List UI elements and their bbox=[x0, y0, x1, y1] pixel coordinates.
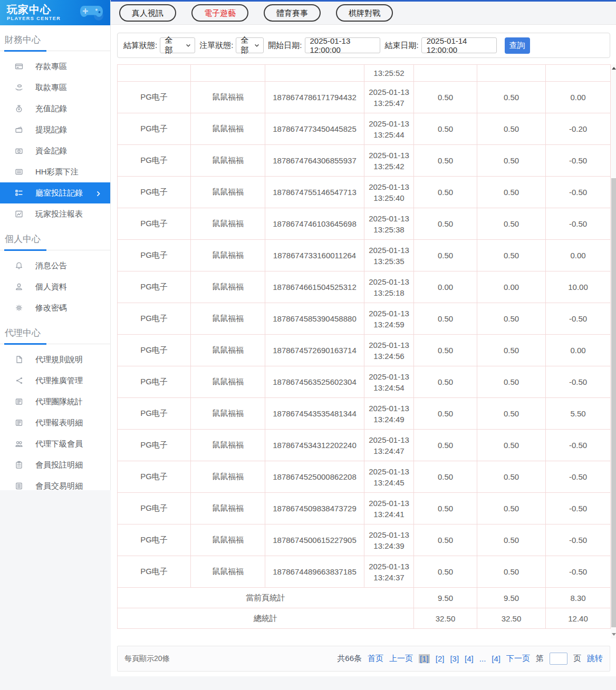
tab-item[interactable]: 真人視訊 bbox=[119, 4, 176, 22]
game-type-cell: PG电子 bbox=[118, 240, 191, 271]
scroll-down-icon[interactable] bbox=[611, 631, 616, 638]
sidebar-item-label: 提現記錄 bbox=[35, 125, 67, 135]
order-status-select[interactable]: 全部 bbox=[236, 37, 264, 53]
summary-row: 當前頁統計9.509.508.30 bbox=[118, 588, 611, 608]
end-date-label: 結束日期: bbox=[385, 41, 419, 51]
prev-page-link[interactable]: 上一页 bbox=[389, 654, 413, 664]
end-date-input[interactable]: 2025-01-14 12:00:00 bbox=[421, 37, 497, 53]
start-date-input[interactable]: 2025-01-13 12:00:00 bbox=[305, 37, 380, 53]
valid-amount-cell: 0.50 bbox=[477, 145, 546, 177]
sidebar-item[interactable]: 個人資料 bbox=[0, 276, 110, 297]
sidebar-item[interactable]: 廳室投註記錄 bbox=[0, 182, 110, 203]
valid-amount-cell: 0.50 bbox=[477, 398, 546, 430]
sidebar-item[interactable]: 代理團隊統計 bbox=[0, 391, 110, 412]
sidebar-item[interactable]: 玩家投注報表 bbox=[0, 203, 110, 225]
game-type-cell: PG电子 bbox=[118, 524, 191, 556]
sidebar-item[interactable]: 取款專區 bbox=[0, 77, 110, 98]
bet-amount-cell: 0.50 bbox=[414, 113, 477, 145]
first-page-link[interactable]: 首页 bbox=[368, 654, 383, 664]
sidebar-item[interactable]: 提現記錄 bbox=[0, 119, 110, 140]
page-link[interactable]: [3] bbox=[450, 654, 459, 663]
recharge-bag-icon bbox=[15, 104, 23, 113]
jump-page-input[interactable] bbox=[550, 653, 567, 665]
win-amount-cell: -0.50 bbox=[546, 524, 611, 556]
win-amount-cell: 0.00 bbox=[546, 335, 611, 366]
sidebar-item[interactable]: 資金記錄 bbox=[0, 140, 110, 161]
tab-item[interactable]: 棋牌對戰 bbox=[336, 4, 393, 22]
bet-amount-cell: 0.50 bbox=[414, 524, 477, 556]
section-title-0: 財務中心 bbox=[0, 25, 110, 51]
win-amount-cell: -0.50 bbox=[546, 208, 611, 240]
tab-active[interactable]: 電子遊藝 bbox=[191, 4, 248, 22]
next-page-link[interactable]: 下一页 bbox=[506, 654, 530, 664]
page-ellipsis[interactable]: ... bbox=[479, 654, 486, 663]
section-underline bbox=[0, 51, 110, 51]
game-name-cell: 鼠鼠福福 bbox=[191, 493, 265, 524]
game-type-cell: PG电子 bbox=[118, 430, 191, 461]
order-id-cell: 1878674755146547713 bbox=[265, 177, 364, 208]
news-icon bbox=[15, 419, 23, 427]
bet-time-cell: 2025-01-1313:25:42 bbox=[364, 145, 414, 177]
game-category-tabs: 真人視訊電子遊藝體育賽事棋牌對戰 bbox=[111, 0, 616, 25]
valid-amount-cell: 0.50 bbox=[477, 524, 546, 556]
sidebar-item[interactable]: 充值記錄 bbox=[0, 98, 110, 119]
sidebar-item[interactable]: 代理規則說明 bbox=[0, 349, 110, 370]
page-link[interactable]: [4] bbox=[465, 654, 474, 663]
bet-amount-cell: 0.50 bbox=[414, 82, 477, 113]
jump-button[interactable]: 跳转 bbox=[587, 654, 603, 664]
tab-item[interactable]: 體育賽事 bbox=[264, 4, 321, 22]
win-amount-cell: 0.00 bbox=[546, 82, 611, 113]
sidebar-item[interactable]: 會員投註明細 bbox=[0, 454, 110, 475]
bet-time-cell: 2025-01-1313:25:40 bbox=[364, 177, 414, 208]
win-amount-cell bbox=[546, 65, 611, 82]
search-button[interactable]: 查詢 bbox=[505, 37, 530, 54]
table-row: PG电子鼠鼠福福18786745853904588802025-01-1313:… bbox=[118, 303, 611, 335]
bet-amount-cell: 0.50 bbox=[414, 556, 477, 588]
page-link[interactable]: [1] bbox=[419, 654, 430, 663]
sidebar-item-label: 修改密碼 bbox=[35, 303, 67, 313]
game-type-cell: PG电子 bbox=[118, 335, 191, 366]
order-id-cell: 1878674585390458880 bbox=[265, 303, 364, 335]
sidebar-item[interactable]: 存款專區 bbox=[0, 56, 110, 77]
bet-time-cell: 2025-01-1313:24:41 bbox=[364, 493, 414, 524]
valid-amount-cell: 0.50 bbox=[477, 430, 546, 461]
page-link[interactable]: [4] bbox=[492, 654, 500, 663]
bet-amount-cell: 0.50 bbox=[414, 493, 477, 524]
sidebar-item[interactable]: 會員交易明細 bbox=[0, 475, 110, 497]
bet-time-cell: 2025-01-1313:24:45 bbox=[364, 461, 414, 493]
sidebar-item[interactable]: 代理報表明細 bbox=[0, 412, 110, 433]
sidebar-item[interactable]: 代理下級會員 bbox=[0, 433, 110, 454]
game-name-cell: 鼠鼠福福 bbox=[191, 303, 265, 335]
withdraw-record-icon bbox=[15, 125, 23, 134]
bet-time-cell: 2025-01-1313:24:37 bbox=[364, 556, 414, 588]
share-icon bbox=[15, 376, 23, 385]
table-row: PG电子鼠鼠福福18786745098384737292025-01-1313:… bbox=[118, 493, 611, 524]
start-date-label: 開始日期: bbox=[268, 41, 302, 51]
order-id-cell: 1878674563525602304 bbox=[265, 366, 364, 398]
page-link[interactable]: [2] bbox=[436, 654, 445, 663]
bet-amount-cell: 0.50 bbox=[414, 430, 477, 461]
report-chart-icon bbox=[15, 210, 23, 218]
sidebar-item[interactable]: 消息公告 bbox=[0, 255, 110, 276]
sidebar-item-label: 代理推廣管理 bbox=[35, 376, 83, 386]
valid-amount-cell: 0.50 bbox=[477, 177, 546, 208]
bet-amount-cell: 0.50 bbox=[414, 145, 477, 177]
sidebar-item[interactable]: 修改密碼 bbox=[0, 297, 110, 318]
game-type-cell: PG电子 bbox=[118, 113, 191, 145]
table-row: PG电子鼠鼠福福18786747551465477132025-01-1313:… bbox=[118, 177, 611, 208]
game-name-cell: 鼠鼠福福 bbox=[191, 556, 265, 588]
chevron-right-icon bbox=[95, 190, 102, 197]
win-amount-cell: -0.50 bbox=[546, 177, 611, 208]
settle-status-select[interactable]: 全部 bbox=[160, 37, 195, 53]
order-id-cell: 1878674764306855937 bbox=[265, 145, 364, 177]
scroll-up-icon[interactable] bbox=[611, 65, 616, 72]
summary-bet-cell: 32.50 bbox=[414, 608, 477, 629]
game-type-cell: PG电子 bbox=[118, 303, 191, 335]
bet-amount-cell: 0.50 bbox=[414, 208, 477, 240]
valid-amount-cell: 0.50 bbox=[477, 303, 546, 335]
sidebar-item[interactable]: 代理推廣管理 bbox=[0, 370, 110, 391]
sidebar-item[interactable]: HH彩票下注 bbox=[0, 161, 110, 182]
scrollbar-thumb[interactable] bbox=[611, 178, 616, 627]
table-scrollbar[interactable] bbox=[611, 64, 616, 638]
order-id-cell: 1878674786171794432 bbox=[265, 82, 364, 113]
